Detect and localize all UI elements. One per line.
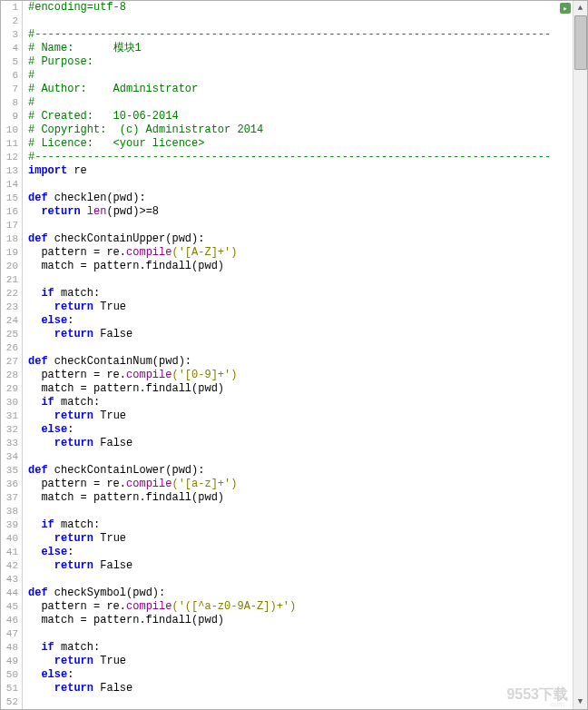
line-number: 24 (1, 314, 18, 328)
line-number: 28 (1, 369, 18, 382)
kw-def: def (28, 587, 48, 599)
line-number: 51 (1, 682, 18, 695)
line-number: 35 (1, 464, 18, 478)
line-number: 41 (1, 546, 18, 559)
line-number: 20 (1, 260, 18, 273)
line-number: 43 (1, 573, 18, 587)
line-number: 6 (1, 69, 18, 83)
builtin-compile: compile (126, 600, 172, 613)
if-match: match: (54, 641, 100, 654)
if-match: match: (54, 396, 100, 409)
true-val: True (100, 655, 126, 667)
builtin-len: len (87, 205, 107, 218)
line-number: 13 (1, 164, 18, 178)
line-number: 5 (1, 55, 18, 69)
kw-if: if (41, 287, 54, 300)
import-module: re (67, 164, 87, 177)
kw-return: return (54, 682, 93, 695)
line-number: 45 (1, 600, 18, 614)
line-number: 18 (1, 232, 18, 246)
header-name: # Name: 模块1 (28, 42, 142, 54)
false-val: False (100, 437, 132, 449)
line-number: 38 (1, 505, 18, 518)
true-val: True (100, 301, 126, 313)
colon: : (67, 314, 74, 327)
line-number: 49 (1, 655, 18, 668)
match-line: match = pattern.findall(pwd) (28, 382, 224, 395)
line-number: 12 (1, 151, 18, 164)
line-number-gutter: 1 2 3 4 5 6 7 8 9 10 11 12 13 14 15 16 1… (1, 1, 23, 709)
line-number: 4 (1, 42, 18, 55)
line-number: 26 (1, 341, 18, 355)
kw-return: return (41, 205, 80, 218)
fn-upper: checkContainUpper(pwd): (48, 232, 205, 245)
kw-else: else (41, 314, 67, 327)
pattern-pre: pattern = re. (28, 246, 126, 259)
scroll-thumb[interactable] (574, 15, 587, 70)
kw-if: if (41, 396, 54, 409)
true-val: True (100, 532, 126, 545)
regex-lower: ('[a-z]+') (172, 478, 237, 490)
line-number: 29 (1, 382, 18, 396)
line-number: 21 (1, 273, 18, 287)
kw-else: else (41, 423, 67, 436)
line-number: 44 (1, 587, 18, 600)
line-number: 10 (1, 123, 18, 137)
line-number: 46 (1, 614, 18, 627)
kw-return: return (54, 437, 93, 449)
line-number: 34 (1, 450, 18, 464)
line-number: 27 (1, 355, 18, 369)
pattern-pre: pattern = re. (28, 478, 126, 490)
kw-def: def (28, 355, 48, 368)
kw-return: return (54, 559, 93, 572)
line-number: 48 (1, 641, 18, 655)
builtin-compile: compile (126, 478, 172, 490)
colon: : (67, 668, 74, 681)
code-area[interactable]: #encoding=utf-8 #-----------------------… (23, 1, 587, 709)
line-number: 31 (1, 409, 18, 423)
code-editor[interactable]: 1 2 3 4 5 6 7 8 9 10 11 12 13 14 15 16 1… (1, 1, 587, 709)
line-number: 16 (1, 205, 18, 219)
builtin-compile: compile (126, 369, 172, 381)
header-purpose: # Purpose: (28, 55, 93, 68)
header-author: # Author: Administrator (28, 83, 198, 95)
regex-sym: ('([^a-z0-9A-Z])+') (172, 600, 296, 613)
fn-checklen: checklen(pwd): (48, 192, 146, 204)
header-dash: #---------------------------------------… (28, 28, 551, 41)
false-val: False (100, 559, 132, 572)
false-val: False (100, 682, 132, 695)
line-number: 8 (1, 96, 18, 110)
line-number: 9 (1, 110, 18, 123)
line-number: 2 (1, 15, 18, 28)
true-val: True (100, 409, 126, 422)
header-created: # Created: 10-06-2014 (28, 110, 179, 123)
line-number: 23 (1, 301, 18, 314)
line-number: 39 (1, 518, 18, 532)
line-number: 7 (1, 83, 18, 96)
match-line: match = pattern.findall(pwd) (28, 260, 224, 272)
line-number: 52 (1, 695, 18, 709)
regex-upper: ('[A-Z]+') (172, 246, 237, 259)
vertical-scrollbar[interactable]: ▲ ▼ (573, 1, 587, 709)
kw-return: return (54, 532, 93, 545)
line-number: 14 (1, 178, 18, 192)
kw-if: if (41, 641, 54, 654)
kw-import: import (28, 164, 67, 177)
line-number: 15 (1, 192, 18, 205)
colon: : (67, 546, 74, 558)
line-number: 22 (1, 287, 18, 301)
scroll-down-arrow-icon[interactable]: ▼ (573, 695, 587, 709)
colon: : (67, 423, 74, 436)
kw-if: if (41, 518, 54, 531)
header-licence: # Licence: <your licence> (28, 137, 204, 150)
kw-def: def (28, 192, 48, 204)
header-blank: # (28, 96, 34, 109)
line-number: 1 (1, 1, 18, 15)
kw-else: else (41, 546, 67, 558)
line-number: 30 (1, 396, 18, 409)
scroll-up-arrow-icon[interactable]: ▲ (573, 1, 587, 15)
line-number: 36 (1, 478, 18, 491)
line-number: 33 (1, 437, 18, 450)
kw-else: else (41, 668, 67, 681)
fold-icon[interactable]: ▸ (560, 3, 571, 14)
